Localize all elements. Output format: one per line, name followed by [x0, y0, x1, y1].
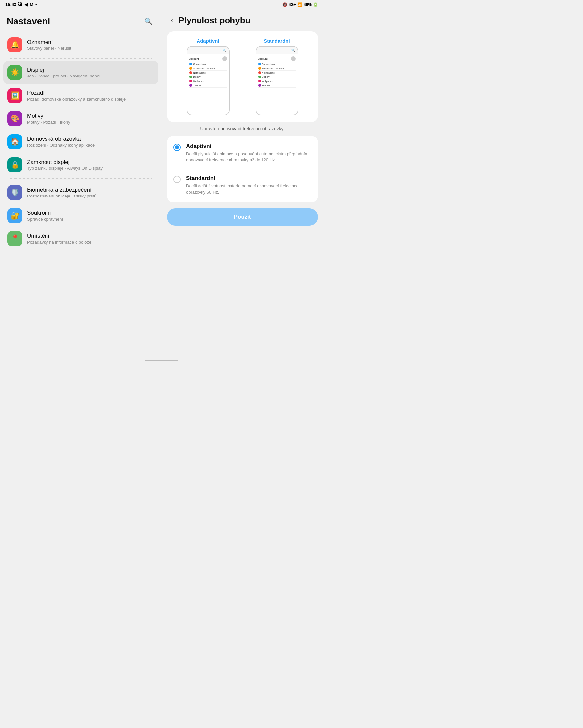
settings-item-pozadi[interactable]: 🖼️ Pozadí Pozadí domovské obrazovky a za…: [3, 84, 158, 107]
preview-adaptivni-label: Adaptivní: [197, 38, 219, 44]
biometrika-icon: 🛡️: [7, 185, 22, 200]
motivy-icon: 🎨: [7, 111, 22, 126]
radio-standardni[interactable]: [174, 176, 181, 183]
main-layout: Nastavení 🔍 🔔 Oznámení Stavový panel · N…: [0, 9, 323, 357]
phone2-avatar: [291, 56, 296, 61]
preview-standardni[interactable]: Standardní 🔍 Account Connecti: [256, 38, 299, 115]
phone2-row-sounds: Sounds and vibration: [258, 66, 296, 71]
frequency-description: Upravte obnovovací frekvenci obrazovky.: [167, 126, 318, 131]
option-standardni-desc: Docílí delší životnosti baterie pomocí o…: [186, 183, 311, 195]
sounds-dot: [189, 67, 192, 70]
oznameni-subtitle: Stavový panel · Nerušit: [27, 46, 71, 51]
domovska-title: Domovská obrazovka: [27, 136, 95, 142]
phone2-search-icon: 🔍: [292, 49, 295, 52]
settings-item-domovska[interactable]: 🏠 Domovská obrazovka Rozložení · Odznaky…: [3, 130, 158, 153]
pozadi-subtitle: Pozadí domovské obrazovky a zamknutého d…: [27, 97, 126, 102]
umisteni-subtitle: Požadavky na informace o poloze: [27, 240, 91, 245]
settings-item-biometrika[interactable]: 🛡️ Biometrika a zabezpečení Rozpoznávání…: [3, 181, 158, 204]
page-title: Nastavení: [7, 16, 50, 27]
battery-display: 49%: [304, 2, 312, 7]
navigation-icon: ◀: [24, 2, 28, 7]
umisteni-title: Umístění: [27, 233, 91, 239]
option-adaptivni-title: Adaptivní: [186, 143, 311, 150]
phone-row-wallpapers: Wallpapers: [189, 79, 227, 83]
status-right: 🔇 4G+ 📶 49% 🔋: [282, 2, 318, 7]
oznameni-icon: 🔔: [7, 37, 22, 52]
option-standardni[interactable]: Standardní Docílí delší životnosti bater…: [167, 169, 318, 201]
status-left: 15:43 🖼 ◀ M •: [5, 2, 37, 7]
settings-item-motivy[interactable]: 🎨 Motivy Motivy · Pozadí · Ikony: [3, 107, 158, 130]
umisteni-icon: 📍: [7, 231, 22, 246]
biometrika-title: Biometrika a zabezpečení: [27, 187, 96, 193]
phone2-row-themes: Themes: [258, 83, 296, 88]
right-panel-title: Plynulost pohybu: [178, 16, 250, 26]
phone-avatar: [222, 56, 227, 61]
bottom-bar: [0, 357, 323, 364]
settings-list: 🔔 Oznámení Stavový panel · Nerušit ☀️ Di…: [0, 33, 161, 250]
display-dot: [189, 76, 192, 78]
left-panel: Nastavení 🔍 🔔 Oznámení Stavový panel · N…: [0, 9, 161, 357]
phone-search-icon: 🔍: [223, 49, 226, 52]
phone2-row-wallpapers: Wallpapers: [258, 79, 296, 83]
themes-dot: [189, 84, 192, 87]
settings-item-displej[interactable]: ☀️ Displej Jas · Pohodlí pro oči · Navig…: [3, 61, 158, 84]
4g-icon: 4G+: [288, 2, 296, 7]
divider-2: [10, 178, 152, 179]
right-header: ‹ Plynulost pohybu: [167, 12, 318, 31]
soukromi-subtitle: Správce oprávnění: [27, 217, 63, 222]
phone-mockup-standardni: 🔍 Account Connections: [256, 46, 299, 115]
left-header: Nastavení 🔍: [0, 12, 161, 33]
option-adaptivni[interactable]: Adaptivní Docílí plynulejší animace a po…: [167, 137, 318, 169]
connections-dot: [189, 63, 192, 65]
phone2-row-notif: Notifications: [258, 71, 296, 75]
settings-item-umisteni[interactable]: 📍 Umístění Požadavky na informace o polo…: [3, 227, 158, 250]
phone2-row-display: Display: [258, 75, 296, 79]
soukromi-icon: 🔐: [7, 208, 22, 223]
settings-item-zamknout[interactable]: 🔒 Zamknout displej Typ zámku displeje · …: [3, 153, 158, 176]
options-card: Adaptivní Docílí plynulejší animace a po…: [167, 136, 318, 203]
phone2-row-connections: Connections: [258, 62, 296, 66]
mail-icon: M: [30, 2, 33, 7]
displej-subtitle: Jas · Pohodlí pro oči · Navigační panel: [27, 74, 100, 78]
dot-icon: •: [35, 2, 37, 7]
pozadi-icon: 🖼️: [7, 88, 22, 103]
zamknout-icon: 🔒: [7, 157, 22, 173]
phone-row-sounds: Sounds and vibration: [189, 66, 227, 71]
phone-row-connections: Connections: [189, 62, 227, 66]
phone-row-notif: Notifications: [189, 71, 227, 75]
status-bar: 15:43 🖼 ◀ M • 🔇 4G+ 📶 49% 🔋: [0, 0, 323, 9]
apply-button[interactable]: Použít: [167, 208, 318, 226]
zamknout-title: Zamknout displej: [27, 159, 103, 165]
silent-icon: 🔇: [282, 2, 287, 7]
settings-item-soukromi[interactable]: 🔐 Soukromí Správce oprávnění: [3, 204, 158, 227]
settings-item-oznameni[interactable]: 🔔 Oznámení Stavový panel · Nerušit: [3, 33, 158, 56]
displej-title: Displej: [27, 67, 100, 73]
radio-adaptivni[interactable]: [174, 144, 181, 151]
phone-account-row: Account: [189, 55, 227, 62]
motivy-title: Motivy: [27, 113, 70, 119]
oznameni-title: Oznámení: [27, 39, 71, 46]
preview-card: Adaptivní 🔍 Account Connectio: [167, 31, 318, 122]
soukromi-title: Soukromí: [27, 210, 63, 216]
image-icon: 🖼: [18, 2, 22, 7]
battery-icon: 🔋: [313, 2, 318, 7]
back-button[interactable]: ‹: [168, 15, 176, 26]
preview-standardni-label: Standardní: [264, 38, 289, 44]
time-display: 15:43: [5, 2, 16, 7]
option-standardni-title: Standardní: [186, 175, 311, 182]
option-adaptivni-desc: Docílí plynulejší animace a posouvání au…: [186, 151, 311, 163]
wallpapers-dot: [189, 80, 192, 82]
motivy-subtitle: Motivy · Pozadí · Ikony: [27, 120, 70, 125]
preview-adaptivni[interactable]: Adaptivní 🔍 Account Connectio: [187, 38, 229, 115]
right-panel: ‹ Plynulost pohybu Adaptivní 🔍 Account: [161, 9, 323, 357]
radio-adaptivni-fill: [175, 146, 179, 149]
bottom-indicator: [145, 360, 178, 361]
domovska-subtitle: Rozložení · Odznaky ikony aplikace: [27, 143, 95, 148]
phone-row-display: Display: [189, 75, 227, 79]
signal-icon: 📶: [298, 2, 302, 7]
notif-dot: [189, 71, 192, 74]
search-button[interactable]: 🔍: [142, 15, 155, 28]
phone2-account-row: Account: [258, 55, 296, 62]
divider-1: [10, 58, 152, 59]
phone-row-themes: Themes: [189, 83, 227, 88]
